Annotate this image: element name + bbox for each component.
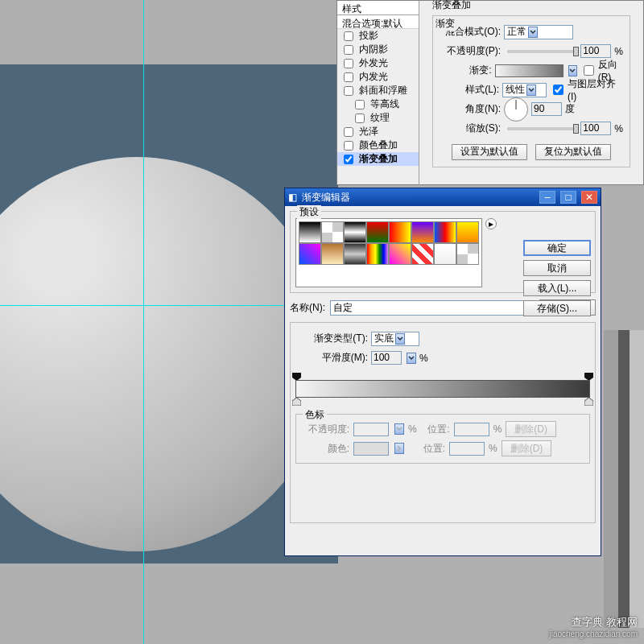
preset-menu-icon[interactable]: ▸ [485,218,497,229]
style-row[interactable]: 内阴影 [337,43,419,56]
opacity-value[interactable]: 100 [580,44,611,58]
app-icon: ◧ [288,192,297,203]
stop-position-label: 位置: [421,423,450,436]
preset-swatch[interactable] [434,243,456,265]
preset-swatch[interactable] [434,221,456,243]
align-checkbox[interactable]: 与图层对齐(I) [550,77,623,102]
stops-fieldset: 色标 不透明度: % 位置: % 删除(D) 颜色: 位置: [295,414,590,464]
preset-swatch[interactable] [344,221,366,243]
style-row[interactable]: 外发光 [337,56,419,70]
smooth-value[interactable]: 100 [371,351,402,365]
pct-unit: % [614,46,623,57]
maximize-icon[interactable]: □ [560,191,576,204]
pct-unit: % [419,353,428,364]
angle-label: 角度(N): [440,102,501,116]
gradtype-label: 渐变类型(T): [295,332,368,345]
styles-header: 样式 [337,1,419,15]
layer-style-panel: 样式 混合选项:默认 投影内阴影外发光内发光斜面和浮雕等高线纹理光泽颜色叠加渐变… [336,0,644,185]
dialog-title: 渐变编辑器 [302,191,350,204]
minimize-icon[interactable]: – [539,191,555,204]
blend-mode-select[interactable]: 正常 [504,25,573,39]
preset-swatch[interactable] [389,221,411,243]
style-row[interactable]: 斜面和浮雕 [337,84,419,97]
stop-opacity-label: 不透明度: [301,423,349,436]
scale-slider[interactable] [507,127,574,130]
style-row[interactable]: 投影 [337,29,419,43]
style-label: 样式(L): [440,83,499,97]
smooth-dd-icon[interactable] [407,353,416,364]
set-default-button[interactable]: 设置为默认值 [452,144,527,160]
scale-label: 缩放(S): [440,122,501,135]
save-button[interactable]: 存储(S)... [523,300,591,316]
chevron-down-icon [526,85,536,96]
preset-swatch[interactable] [366,221,389,243]
style-row[interactable]: 渐变叠加 [337,152,419,166]
right-strip [604,330,644,628]
ok-button[interactable]: 确定 [523,240,591,256]
preset-swatch[interactable] [299,243,321,265]
opacity-slider[interactable] [507,50,574,53]
ring-shape [0,157,330,551]
style-list: 样式 混合选项:默认 投影内阴影外发光内发光斜面和浮雕等高线纹理光泽颜色叠加渐变… [337,1,419,186]
scale-value[interactable]: 100 [580,122,611,135]
style-row[interactable]: 纹理 [337,111,419,125]
chevron-down-icon [528,27,538,38]
opacity-label: 不透明度(P): [440,44,501,58]
name-label: 名称(N): [290,301,325,315]
delete-color-stop: 删除(D) [502,440,552,456]
gradient-bar[interactable] [295,375,590,402]
style-row[interactable]: 光泽 [337,125,419,138]
preset-swatch[interactable] [456,243,479,265]
smooth-label: 平滑度(M): [295,351,368,365]
gradient-definition: 渐变类型(T): 实底 平滑度(M): 100 % 色标 [290,322,596,523]
preset-swatch[interactable] [456,221,479,243]
pct-unit: % [408,423,417,435]
pct-unit: % [489,443,497,454]
cancel-button[interactable]: 取消 [523,260,591,276]
preset-swatch[interactable] [389,243,411,265]
chevron-down-icon [395,333,405,345]
style-row[interactable]: 内发光 [337,70,419,84]
dialog-titlebar[interactable]: ◧ 渐变编辑器 – □ ✕ [285,188,601,206]
reset-default-button[interactable]: 复位为默认值 [535,144,611,160]
stop-color-label: 颜色: [301,442,349,456]
stop-position-label: 位置: [408,442,445,456]
angle-value[interactable]: 90 [531,102,562,116]
gradient-swatch[interactable] [495,64,564,77]
gradtype-select[interactable]: 实底 [371,332,419,346]
gradient-label: 渐变: [440,64,492,77]
preset-swatches[interactable] [295,218,482,287]
name-input[interactable] [330,300,535,316]
color-stop-right[interactable] [584,397,593,405]
color-stop-left[interactable] [292,397,301,405]
blend-options-row[interactable]: 混合选项:默认 [337,15,419,29]
angle-unit: 度 [565,102,575,116]
preset-swatch[interactable] [321,221,344,243]
angle-dial[interactable] [504,97,528,122]
stop-position-value [449,442,485,456]
style-row[interactable]: 颜色叠加 [337,138,419,152]
pct-unit: % [493,423,502,435]
close-icon[interactable]: ✕ [581,191,597,204]
watermark: 查字典 教程网 jiaocheng.chazidian.com [549,616,638,639]
pct-unit: % [614,123,623,134]
stop-color-swatch [353,442,389,456]
chevron-down-icon [394,423,404,435]
gradient-subtitle: 渐变 [434,17,456,31]
delete-opacity-stop: 删除(D) [506,421,556,437]
load-button[interactable]: 载入(L)... [523,280,591,296]
preset-swatch[interactable] [411,243,434,265]
preset-swatch[interactable] [321,243,344,265]
preset-swatch[interactable] [411,221,434,243]
gradient-editor-dialog: ◧ 渐变编辑器 – □ ✕ 预设 ▸ 确定 取消 载入(L)... 存储(S).… [284,188,601,556]
preset-swatch[interactable] [344,243,366,265]
style-row[interactable]: 等高线 [337,97,419,111]
stop-position-value [454,423,489,436]
preset-swatch[interactable] [366,243,389,265]
gradient-dropdown-icon[interactable] [568,65,577,76]
presets-label: 预设 [297,205,321,219]
stop-opacity-value [353,423,389,436]
stops-title: 色标 [303,408,327,422]
preset-swatch[interactable] [299,221,321,243]
style-select[interactable]: 线性 [502,83,547,97]
